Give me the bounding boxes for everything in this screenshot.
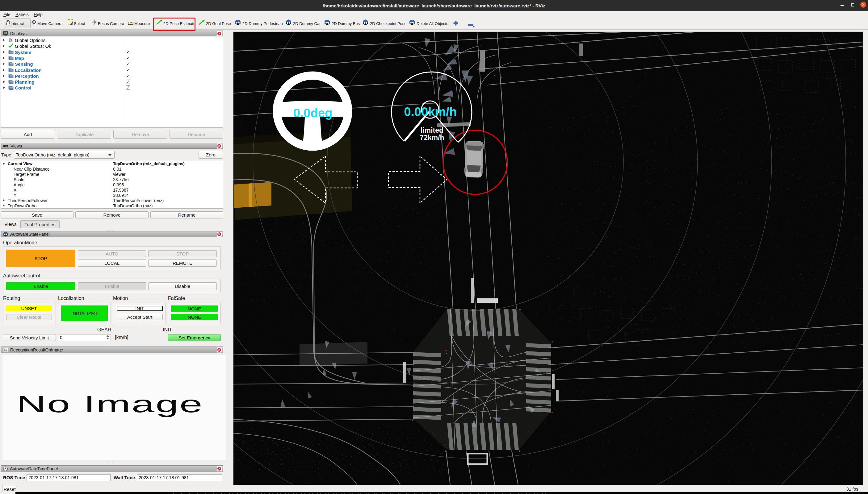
svg-text:limited: limited [421,126,443,134]
svg-text:0.00km/h: 0.00km/h [404,105,457,118]
svg-text:0.0deg: 0.0deg [293,106,333,120]
svg-text:72km/h: 72km/h [420,134,444,141]
